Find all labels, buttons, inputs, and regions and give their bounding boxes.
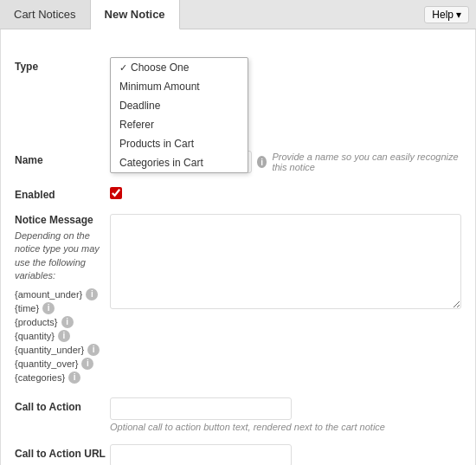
type-row: Type Choose One Minimum Amount Deadline …: [15, 57, 461, 73]
type-option-products-in-cart[interactable]: Products in Cart: [111, 134, 248, 153]
var-amount-under-text: {amount_under}: [15, 289, 82, 300]
name-label: Name: [15, 151, 110, 166]
type-option-referer[interactable]: Referer: [111, 115, 248, 134]
notice-message-label: Notice Message: [15, 214, 110, 226]
name-info-icon: i: [257, 156, 267, 168]
tab-cart-notices[interactable]: Cart Notices: [0, 0, 91, 29]
cta-url-input[interactable]: [110, 444, 292, 465]
name-hint: Provide a name so you can easily recogni…: [272, 152, 461, 172]
type-option-categories-in-cart[interactable]: Categories in Cart: [111, 153, 248, 172]
type-dropdown[interactable]: Choose One Minimum Amount Deadline Refer…: [110, 57, 248, 173]
enabled-checkbox[interactable]: [110, 187, 122, 199]
var-time: {time} i: [15, 302, 110, 314]
tab-new-notice[interactable]: New Notice: [91, 0, 180, 29]
notice-message-label-block: Notice Message Depending on the notice t…: [15, 214, 110, 385]
type-label: Type: [15, 57, 110, 73]
var-products-text: {products}: [15, 317, 58, 327]
notice-message-textarea[interactable]: [110, 214, 461, 309]
variable-list: {amount_under} i {time} i {products} i {…: [15, 288, 110, 384]
var-quantity: {quantity} i: [15, 330, 110, 342]
cta-url-control: Optional call to action url, this is whe…: [110, 444, 461, 465]
cta-label: Call to Action: [15, 397, 110, 413]
cta-input[interactable]: [110, 397, 292, 420]
var-quantity-under-text: {quantity_under}: [15, 345, 84, 355]
var-products: {products} i: [15, 316, 110, 328]
var-quantity-under-icon: i: [87, 344, 100, 356]
notice-message-row: Notice Message Depending on the notice t…: [15, 214, 461, 385]
cta-url-row: Call to Action URL Optional call to acti…: [15, 444, 461, 465]
var-time-text: {time}: [15, 303, 39, 313]
cta-hint: Optional call to action button text, ren…: [110, 422, 461, 432]
enabled-label: Enabled: [15, 185, 110, 201]
type-option-choose-one[interactable]: Choose One: [111, 58, 248, 77]
var-quantity-over: {quantity_over} i: [15, 358, 110, 370]
type-option-deadline[interactable]: Deadline: [111, 96, 248, 115]
var-categories: {categories} i: [15, 371, 110, 384]
var-categories-icon: i: [68, 371, 80, 384]
var-amount-under: {amount_under} i: [15, 288, 110, 300]
var-amount-under-icon: i: [86, 288, 98, 300]
cta-row: Call to Action Optional call to action b…: [15, 397, 461, 432]
top-bar: Cart Notices New Notice Help ▾: [0, 0, 476, 29]
var-quantity-under: {quantity_under} i: [15, 344, 110, 356]
var-quantity-icon: i: [58, 330, 70, 342]
type-option-minimum-amount[interactable]: Minimum Amount: [111, 77, 248, 96]
var-quantity-text: {quantity}: [15, 331, 55, 341]
chevron-down-icon: ▾: [456, 9, 461, 21]
var-categories-text: {categories}: [15, 372, 65, 383]
var-time-icon: i: [42, 302, 55, 314]
var-quantity-over-text: {quantity_over}: [15, 358, 78, 369]
enabled-control: [110, 185, 461, 202]
var-quantity-over-icon: i: [81, 358, 93, 370]
cta-control: Optional call to action button text, ren…: [110, 397, 461, 432]
cta-url-label: Call to Action URL: [15, 444, 110, 460]
notice-message-control: [110, 214, 461, 312]
main-content: Type Choose One Minimum Amount Deadline …: [0, 29, 476, 465]
help-button[interactable]: Help ▾: [424, 6, 469, 23]
var-products-icon: i: [61, 316, 74, 328]
notice-message-desc: Depending on the notice type you may use…: [15, 229, 110, 283]
enabled-row: Enabled: [15, 185, 461, 202]
